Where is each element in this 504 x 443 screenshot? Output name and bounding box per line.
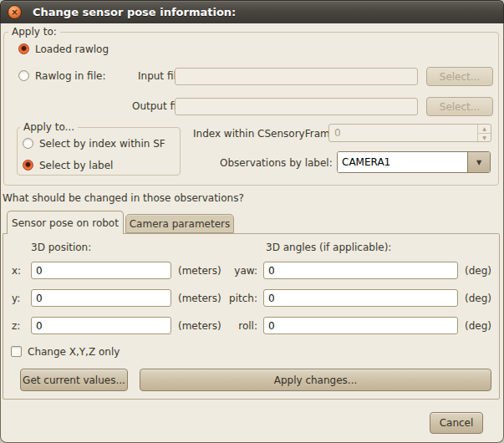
roll-field[interactable] <box>263 317 458 334</box>
x-label: x: <box>12 265 21 277</box>
select-by-label-label[interactable]: Select by label <box>39 160 113 171</box>
observations-combo-input[interactable] <box>338 152 467 172</box>
index-within-label: Index within CSensoryFrame <box>193 128 336 140</box>
loaded-rawlog-label[interactable]: Loaded rawlog <box>35 43 109 55</box>
apply-changes-button[interactable]: Apply changes... <box>140 369 491 391</box>
tab-sensor-pose-on-robot[interactable]: Sensor pose on robot <box>7 211 124 234</box>
titlebar[interactable]: × Change sensor pose information: <box>0 0 504 23</box>
observations-by-label-label: Observations by label: <box>220 157 333 169</box>
spin-up-icon: ▲ <box>478 125 491 134</box>
z-unit-label: (meters) <box>178 320 221 332</box>
tab-camera-parameters[interactable]: Camera parameters <box>125 214 234 233</box>
rawlog-in-file-label[interactable]: Rawlog in file: <box>35 70 105 82</box>
y-field[interactable] <box>31 289 171 307</box>
apply-to-legend: Apply to: <box>8 26 60 38</box>
yaw-label: yaw: <box>217 265 257 277</box>
index-spinner-value: 0 <box>329 125 477 141</box>
y-label: y: <box>12 293 20 304</box>
select-by-label-radio[interactable] <box>23 160 33 171</box>
selection-mode-legend: Apply to... <box>20 121 78 133</box>
angles-heading: 3D angles (if applicable): <box>266 242 391 253</box>
output-file-select-button: Select... <box>426 97 493 116</box>
get-current-values-button[interactable]: Get current values... <box>20 369 128 391</box>
chevron-down-icon: ▼ <box>476 159 481 166</box>
x-unit-label: (meters) <box>178 265 221 277</box>
loaded-rawlog-radio[interactable] <box>18 43 29 54</box>
select-by-index-radio[interactable] <box>23 138 33 149</box>
observations-combo[interactable]: ▼ <box>337 151 491 173</box>
roll-label: roll: <box>217 320 257 332</box>
z-label: z: <box>12 320 20 332</box>
position-heading: 3D position: <box>31 242 91 253</box>
output-file-field <box>175 98 418 115</box>
pitch-field[interactable] <box>263 289 458 307</box>
change-xyz-label[interactable]: Change X,Y,Z only <box>28 346 120 358</box>
close-icon: × <box>11 8 18 17</box>
y-unit-label: (meters) <box>178 293 221 304</box>
rawlog-in-file-radio[interactable] <box>18 70 29 81</box>
observations-combo-dropdown[interactable]: ▼ <box>467 152 490 172</box>
x-field[interactable] <box>31 262 171 279</box>
cancel-button[interactable]: Cancel <box>430 412 483 434</box>
close-button[interactable]: × <box>8 5 22 19</box>
select-by-index-label[interactable]: Select by index within SF <box>39 138 165 150</box>
index-spinner: 0 ▲ ▼ <box>328 124 491 142</box>
roll-unit-label: (deg) <box>465 320 491 332</box>
yaw-unit-label: (deg) <box>465 265 491 277</box>
dialog-window: × Change sensor pose information: Apply … <box>0 0 504 443</box>
z-field[interactable] <box>31 317 171 334</box>
spin-down-icon: ▼ <box>478 134 491 142</box>
window-title: Change sensor pose information: <box>33 1 236 23</box>
pitch-unit-label: (deg) <box>465 293 491 304</box>
index-spinner-buttons: ▲ ▼ <box>477 125 491 141</box>
input-file-select-button: Select... <box>426 67 493 86</box>
yaw-field[interactable] <box>263 262 458 279</box>
input-file-field <box>175 68 418 85</box>
pitch-label: pitch: <box>217 293 257 304</box>
change-xyz-checkbox[interactable] <box>11 346 22 357</box>
question-label: What should be changed in those observat… <box>3 192 244 204</box>
